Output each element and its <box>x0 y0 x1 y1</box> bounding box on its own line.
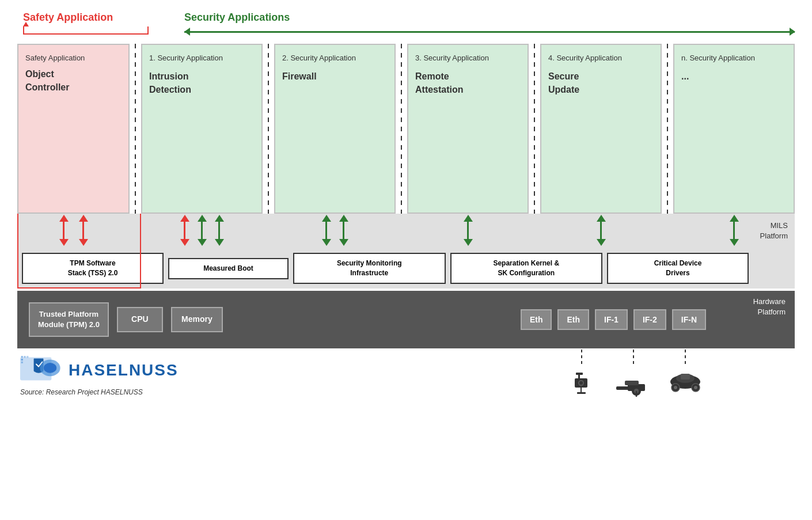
hardware-platform-band: HardwarePlatform Trusted PlatformModule … <box>17 291 795 348</box>
sep-4 <box>529 44 540 214</box>
svg-rect-7 <box>21 362 23 363</box>
svg-rect-16 <box>616 386 632 390</box>
security-app-2-box: 2. Security Application Firewall <box>274 44 396 214</box>
cdd-box: Critical DeviceDrivers <box>607 253 749 284</box>
svg-rect-17 <box>625 381 639 385</box>
svg-point-10 <box>579 381 583 385</box>
safety-app-box: Safety Application ObjectController <box>17 44 130 214</box>
svg-rect-5 <box>26 356 28 358</box>
cpu-box: CPU <box>117 307 163 332</box>
mils-platform-label: MILSPlatform <box>760 221 788 241</box>
eth2-box: Eth <box>557 309 589 330</box>
mils-platform-band: MILSPlatform TPM SoftwareStack (TSS) 2.0… <box>17 214 795 289</box>
if1-box: IF-1 <box>595 309 628 330</box>
security-app-3-number: 3. Security Application <box>415 53 521 63</box>
security-applications-label: Security Applications <box>184 12 290 24</box>
safety-app-title: Safety Application <box>25 53 122 63</box>
vehicle-icon <box>667 366 704 394</box>
security-app-4-number: 4. Security Application <box>548 53 654 63</box>
svg-rect-6 <box>21 359 23 360</box>
security-app-n-name: ... <box>681 70 787 83</box>
haselnuss-logo-icon <box>20 354 66 386</box>
surveillance-camera-icon <box>569 366 594 397</box>
main-container: Safety Application Security Applications… <box>0 0 812 520</box>
sep-5 <box>662 44 673 214</box>
svg-rect-14 <box>577 392 586 394</box>
svg-rect-3 <box>21 356 23 358</box>
turret-icon <box>613 366 654 397</box>
sep-2 <box>263 44 274 214</box>
security-bracket <box>184 31 795 33</box>
security-app-3-box: 3. Security Application RemoteAttestatio… <box>407 44 529 214</box>
haselnuss-logo-text: HASELNUSS <box>69 361 179 379</box>
ifn-box: IF-N <box>672 309 706 330</box>
security-app-n-number: n. Security Application <box>681 53 787 63</box>
security-app-4-box: 4. Security Application SecureUpdate <box>540 44 662 214</box>
safety-app-name: ObjectController <box>25 68 122 94</box>
svg-rect-27 <box>681 374 690 379</box>
security-app-1-name: IntrusionDetection <box>149 70 255 96</box>
svg-rect-12 <box>576 373 583 375</box>
svg-point-24 <box>674 386 677 389</box>
eth1-box: Eth <box>521 309 552 330</box>
safety-application-label: Safety Application <box>23 12 113 24</box>
security-app-2-name: Firewall <box>282 70 388 83</box>
svg-point-2 <box>44 363 56 373</box>
tpm-stack-box: TPM SoftwareStack (TSS) 2.0 <box>22 253 164 284</box>
security-app-2-number: 2. Security Application <box>282 53 388 63</box>
security-app-3-name: RemoteAttestation <box>415 70 521 96</box>
security-app-4-name: SecureUpdate <box>548 70 654 96</box>
security-app-1-number: 1. Security Application <box>149 53 255 63</box>
source-text: Source: Research Project HASELNUSS <box>20 388 179 396</box>
safety-bracket <box>23 26 149 35</box>
sk-box: Separation Kernel &SK Configuration <box>450 253 603 284</box>
tpm-hw-box: Trusted PlatformModule (TPM) 2.0 <box>29 302 109 337</box>
hardware-platform-label: HardwarePlatform <box>753 297 786 317</box>
sep-1 <box>130 44 141 214</box>
sep-3 <box>396 44 407 214</box>
svg-point-26 <box>694 386 697 389</box>
svg-rect-4 <box>24 356 25 358</box>
header-section: Safety Application Security Applications <box>17 12 795 39</box>
memory-box: Memory <box>171 307 223 332</box>
if2-box: IF-2 <box>633 309 666 330</box>
smi-box: Security MonitoringInfrastructe <box>293 253 446 284</box>
security-app-1-box: 1. Security Application IntrusionDetecti… <box>141 44 263 214</box>
security-app-n-box: n. Security Application ... <box>673 44 795 214</box>
measured-boot-box: Measured Boot <box>168 258 289 279</box>
